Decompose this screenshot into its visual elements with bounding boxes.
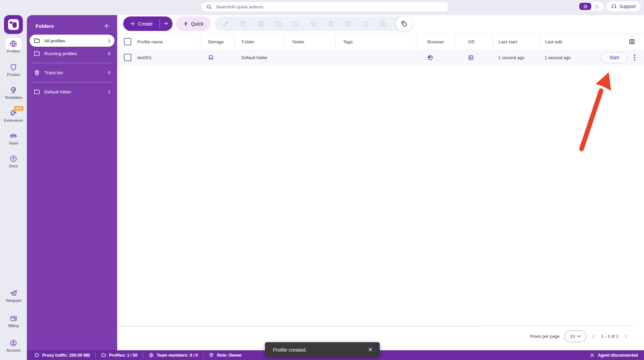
support-button[interactable]: Support (606, 1, 641, 11)
sidebar-item-label: Templates (5, 95, 22, 99)
play-circle-icon[interactable] (343, 20, 354, 27)
row-checkbox[interactable] (124, 54, 131, 61)
folder-item-running-profiles[interactable]: Running profiles 0 (30, 47, 114, 59)
folder-item-count: 1 (108, 89, 110, 94)
page-size-value: 10 (570, 334, 575, 339)
search-bar[interactable] (201, 2, 449, 11)
app-logo[interactable] (4, 15, 23, 34)
user-circle-icon (149, 353, 154, 358)
column-header-browser: Browser (427, 39, 444, 44)
create-button[interactable]: Create (123, 16, 173, 31)
copy-icon[interactable] (238, 20, 248, 27)
sidebar-item-label: Account (6, 348, 20, 352)
people-icon (9, 132, 17, 140)
folder-icon (34, 88, 40, 95)
statusbar-team-members: Team members: 0 / 0 (149, 353, 198, 358)
folder-item-default-folder[interactable]: Default folder 1 (30, 86, 114, 98)
puzzle-icon: NEW (9, 109, 17, 117)
delete-icon[interactable] (325, 20, 336, 27)
search-input[interactable] (215, 4, 431, 10)
start-profile-button[interactable]: Start (601, 52, 627, 63)
paper-plane-icon (9, 289, 17, 297)
folder-item-trash-bin[interactable]: Trash bin 0 (30, 67, 114, 79)
support-label: Support (619, 4, 636, 9)
add-folder-button[interactable] (103, 23, 110, 29)
sidebar-item-templates[interactable]: Templates (0, 86, 27, 99)
pagination: Rows per page 10 1 - 1 of 1 (530, 330, 629, 342)
sidebar-item-docs[interactable]: Docs (0, 155, 27, 168)
row-last-start: 1 second ago (498, 55, 524, 60)
search-check-icon[interactable] (308, 20, 318, 27)
dashed-window-icon[interactable] (360, 20, 371, 27)
folder-item-label: All profiles (44, 38, 108, 43)
column-header-last-start: Last start (499, 39, 517, 44)
main-content: Create Quick (117, 15, 644, 350)
folders-title: Folders (36, 23, 54, 29)
divider (203, 353, 203, 358)
light-theme-button[interactable] (579, 3, 591, 10)
divider (143, 353, 143, 358)
toast-close-button[interactable] (368, 347, 380, 352)
dark-theme-button[interactable] (591, 4, 603, 9)
page-size-select[interactable]: 10 (564, 330, 586, 342)
column-header-os: OS (468, 39, 475, 44)
sidebar-item-label: Docs (9, 164, 18, 168)
edit-icon[interactable] (220, 20, 231, 27)
row-last-edit: 1 second ago (545, 55, 571, 60)
wallet-icon (9, 314, 17, 322)
sidebar-item-profiles[interactable]: Profiles (0, 40, 27, 53)
create-dropdown-button[interactable] (160, 23, 173, 25)
theme-toggle (578, 2, 604, 11)
sidebar-item-label: Billing (8, 324, 19, 328)
next-page-button[interactable] (623, 334, 629, 339)
x-icon (590, 353, 595, 358)
tag-filter-button[interactable] (396, 16, 413, 31)
question-circle-icon (9, 155, 17, 163)
chevron-right-icon (623, 334, 629, 339)
sidebar-item-label: Proxies (7, 73, 20, 77)
horizontal-scrollbar-thumb[interactable] (119, 326, 481, 326)
sidebar-item-billing[interactable]: Billing (0, 314, 27, 328)
column-header-profile-name: Profile name (137, 39, 163, 44)
table-header: Profile name Storage Folder Notes Tags B… (117, 34, 644, 49)
badge-icon (209, 353, 214, 358)
divider (32, 82, 112, 82)
table-row[interactable]: test001 Default folder 1 second ago (117, 49, 644, 66)
sidebar-item-extensions[interactable]: NEW Extensions (0, 109, 27, 122)
stop-circle-icon[interactable] (378, 20, 388, 27)
sidebar-item-team[interactable]: Team (0, 132, 27, 145)
chevron-down-icon (165, 23, 168, 25)
browser-swirl-icon (427, 54, 433, 61)
folder-item-all-profiles[interactable]: All profiles 1 (30, 35, 114, 47)
folder-item-count: 0 (108, 51, 110, 56)
sidebar-item-account[interactable]: Account (0, 339, 27, 352)
toast-message: Profile created. (265, 347, 368, 353)
sidebar-item-proxies[interactable]: Proxies (0, 63, 27, 77)
spinner-icon (34, 353, 39, 358)
quick-button[interactable]: Quick (176, 16, 211, 31)
sidebar-item-telegram[interactable]: Telegram (0, 289, 27, 303)
windows-icon (468, 54, 474, 61)
new-badge: NEW (14, 106, 24, 111)
folder-item-label: Trash bin (44, 70, 108, 75)
divider (32, 63, 112, 63)
previous-page-button[interactable] (591, 334, 596, 339)
sidebar-item-label: Team (9, 141, 18, 145)
column-header-storage: Storage (208, 39, 224, 44)
columns-settings-button[interactable] (629, 38, 635, 45)
profile-name: test001 (137, 55, 152, 60)
app-window: Profiles Proxies Templates NEW Extension… (0, 0, 644, 360)
toast-notification: Profile created. (265, 342, 380, 357)
select-all-checkbox[interactable] (124, 38, 131, 45)
agent-status[interactable]: Agent disconnected (590, 353, 638, 358)
icon-rail: Profiles Proxies Templates NEW Extension… (0, 0, 27, 360)
sun-icon (583, 4, 588, 9)
create-label: Create (138, 21, 153, 27)
refresh-icon[interactable] (290, 20, 301, 27)
globe-icon (9, 40, 17, 48)
row-menu-button[interactable] (634, 54, 635, 61)
columns-icon (629, 38, 635, 45)
move-to-folder-icon[interactable] (273, 20, 283, 27)
clone-card-icon[interactable] (255, 20, 266, 27)
trash-icon (34, 69, 40, 76)
